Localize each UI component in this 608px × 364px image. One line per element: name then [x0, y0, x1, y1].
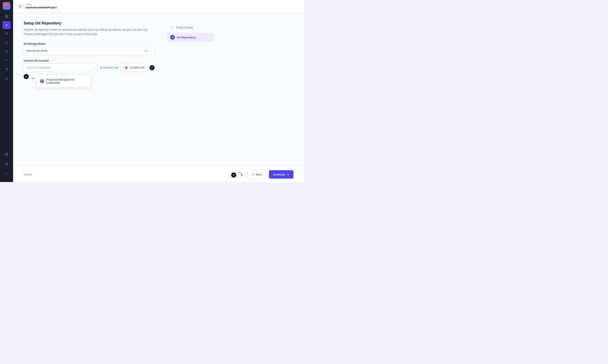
annotation-arrow-1	[30, 76, 35, 80]
svg-point-25	[7, 165, 7, 165]
annotation-3: 3	[231, 172, 236, 178]
svg-rect-20	[5, 153, 6, 154]
step-git-repository: 2 Git Repository	[167, 33, 214, 42]
prophecy-icon	[40, 79, 44, 83]
header: Project starterSnowflakeProject	[13, 0, 304, 13]
annotation-3-arrow	[238, 171, 244, 178]
svg-rect-0	[5, 15, 6, 16]
sidebar-item-projects[interactable]	[2, 12, 11, 20]
select-field-icons	[145, 49, 152, 52]
git-storage-model-select[interactable]: Normal (no forks)	[24, 47, 155, 55]
connect-git-icon	[124, 66, 128, 69]
svg-marker-12	[5, 41, 8, 44]
annotation-2: 2	[149, 65, 155, 70]
credentials-row: Choose Credentials	[24, 64, 97, 72]
connect-git-label: Connect Git	[130, 66, 144, 69]
dropdown-wrapper: 1 Prophecy Managed Git Credentials	[24, 74, 155, 88]
annotation-1: 1	[24, 74, 29, 79]
connect-git-account-label: Connect Git Account	[24, 59, 155, 62]
project-name: starterSnowflakeProject	[25, 6, 57, 9]
continue-label: Continue	[273, 173, 285, 176]
sidebar	[0, 0, 13, 182]
right-panel: ✓ Project Detail 2 Git Repository	[167, 21, 214, 158]
left-panel: Setup Git Repository Projects are typica…	[24, 21, 155, 158]
sidebar-item-create[interactable]	[2, 21, 11, 29]
sidebar-item-dashboard[interactable]	[2, 150, 11, 158]
connect-git-row: Choose Credentials or connect new	[24, 64, 155, 72]
svg-point-31	[146, 51, 146, 52]
svg-rect-3	[7, 16, 8, 17]
sidebar-logo	[3, 2, 10, 10]
sidebar-item-download[interactable]	[2, 74, 11, 82]
svg-line-10	[6, 33, 7, 34]
setup-description: Projects are typically hosted on externa…	[24, 28, 155, 37]
svg-rect-2	[5, 16, 6, 17]
cancel-button[interactable]: Cancel	[24, 173, 32, 176]
continue-button[interactable]: Continue	[269, 170, 293, 179]
continue-arrow-icon	[286, 173, 289, 176]
svg-rect-15	[7, 68, 8, 69]
step-1-label: Project Detail	[176, 26, 193, 29]
svg-rect-1	[7, 15, 8, 16]
back-arrow-icon	[252, 173, 255, 176]
credentials-dropdown: Prophecy Managed Git Credentials	[36, 75, 91, 88]
credentials-placeholder: Choose Credentials	[27, 66, 51, 69]
footer-right: 3 Back Continue	[231, 170, 293, 179]
chevron-down-icon	[92, 66, 95, 69]
main-area: Project starterSnowflakeProject Setup Gi…	[13, 0, 304, 182]
sidebar-item-monitor[interactable]	[2, 56, 11, 65]
content-area: Setup Git Repository Projects are typica…	[13, 13, 304, 167]
svg-line-11	[7, 33, 7, 34]
project-label: Project	[25, 4, 57, 6]
setup-title: Setup Git Repository	[24, 21, 155, 26]
svg-rect-29	[19, 5, 22, 7]
svg-rect-21	[7, 153, 8, 154]
dropdown-item-label: Prophecy Managed Git Credentials	[46, 78, 88, 84]
svg-rect-23	[5, 155, 6, 156]
step-2-label: Git Repository	[177, 36, 196, 39]
sidebar-item-history[interactable]	[2, 48, 11, 56]
back-button[interactable]: Back	[247, 170, 266, 179]
sidebar-item-workflow[interactable]	[2, 65, 11, 73]
sidebar-item-more[interactable]	[2, 170, 11, 178]
step-2-number: 2	[170, 35, 175, 40]
sidebar-item-help[interactable]	[2, 160, 11, 168]
sidebar-bottom	[2, 150, 11, 180]
sidebar-item-transform[interactable]	[2, 30, 11, 38]
connect-git-section: Choose Credentials or connect new	[24, 64, 155, 88]
prophecy-managed-credentials-item[interactable]: Prophecy Managed Git Credentials	[37, 76, 90, 87]
svg-line-17	[6, 68, 7, 69]
credentials-select[interactable]: Choose Credentials	[24, 64, 97, 72]
svg-rect-22	[7, 154, 8, 156]
connect-git-button[interactable]: Connect Git	[121, 64, 148, 72]
footer: Cancel 3 Back Continue	[13, 167, 304, 182]
annotation-3-wrapper: 3	[231, 171, 244, 178]
git-storage-model-label: Git Storage Model	[24, 42, 155, 45]
git-storage-model-value: Normal (no forks)	[27, 49, 48, 52]
or-connect-text: or connect new	[100, 66, 118, 69]
project-icon	[17, 3, 23, 9]
back-label: Back	[256, 173, 262, 176]
step-project-detail: ✓ Project Detail	[167, 23, 214, 32]
project-meta: Project starterSnowflakeProject	[25, 4, 57, 9]
connect-git-btn-group: Connect Git 2	[121, 64, 155, 72]
svg-rect-16	[7, 70, 8, 70]
svg-line-18	[6, 69, 7, 70]
step-1-check-icon: ✓	[170, 25, 174, 29]
sidebar-item-gem[interactable]	[2, 39, 11, 47]
